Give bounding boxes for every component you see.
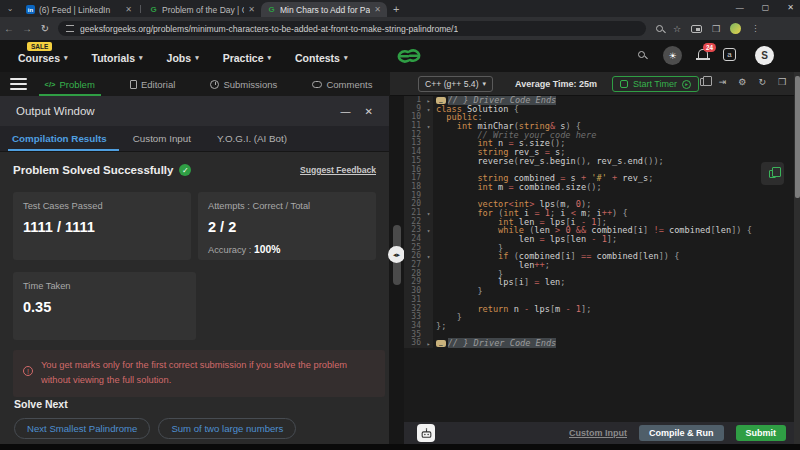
fold-toggle-icon[interactable]: ▾ [424, 226, 433, 235]
back-icon[interactable]: ← [0, 23, 18, 34]
tab-close-icon[interactable]: ✕ [125, 5, 132, 14]
start-timer-button[interactable]: Start Timer ▸ [612, 76, 699, 92]
code-text[interactable]: int m = combined.size(); [433, 183, 602, 192]
fold-toggle-icon [424, 174, 433, 183]
fold-toggle-icon [424, 296, 433, 305]
side-panel-icon[interactable]: ❒ [712, 24, 720, 34]
next-problem-button-2[interactable]: Sum of two large numbers [158, 418, 296, 439]
gfg-logo-icon[interactable] [391, 45, 427, 67]
code-text[interactable]: reverse(rev_s.begin(), rev_s.end()); [433, 157, 664, 166]
site-settings-icon[interactable] [66, 25, 74, 32]
nav-item-courses[interactable]: Courses ▾ [18, 52, 68, 64]
fold-toggle-icon[interactable]: ▾ [424, 209, 433, 218]
browser-tab-linkedin[interactable]: in (6) Feed | LinkedIn ✕ [20, 2, 138, 17]
forward-icon[interactable]: → [18, 23, 36, 34]
code-line[interactable]: 36▸…// } Driver Code Ends [404, 339, 794, 348]
browser-menu-icon[interactable]: ⋮ [751, 24, 760, 33]
fold-toggle-icon[interactable]: ▾ [424, 252, 433, 261]
code-line[interactable]: 18 int m = combined.size(); [404, 183, 794, 192]
code-line[interactable]: 33 } [404, 313, 794, 322]
reset-code-icon[interactable]: ↻ [758, 77, 766, 87]
copy-icon[interactable] [700, 78, 707, 86]
tab-editorial[interactable]: Editorial [130, 72, 175, 96]
suggest-feedback-link[interactable]: Suggest Feedback [300, 165, 376, 175]
nav-item-contests[interactable]: Contests ▾ [295, 52, 347, 64]
window-close-icon[interactable]: ✕ [787, 3, 794, 12]
code-line[interactable]: 34}; [404, 322, 794, 331]
bottom-strip [0, 444, 800, 450]
divider-drag-handle[interactable]: ◂▸ [388, 246, 405, 263]
tab-label: Submissions [223, 79, 277, 90]
tab-yogi-ai-bot[interactable]: Y.O.G.I. (AI Bot) [217, 126, 287, 151]
code-line[interactable]: 30 } [404, 287, 794, 296]
reload-icon[interactable]: ↻ [36, 23, 54, 34]
code-text[interactable] [433, 331, 436, 340]
line-number[interactable]: 1 [404, 96, 424, 105]
tab-close-icon[interactable]: ✕ [248, 5, 255, 14]
next-problem-button-1[interactable]: Next Smallest Palindrome [14, 418, 150, 439]
browser-tab-potd[interactable]: G Problem of the Day | Geeksfor ✕ [143, 2, 261, 17]
fold-toggle-icon[interactable]: ▸ [424, 339, 433, 348]
export-icon[interactable]: ⇥ [719, 77, 727, 87]
tab-submissions[interactable]: Submissions [210, 72, 277, 96]
tab-problem[interactable]: </> Problem [45, 72, 95, 96]
solve-next-heading: Solve Next [14, 398, 68, 410]
submit-button[interactable]: Submit [736, 425, 787, 441]
fold-toggle-icon [424, 200, 433, 209]
tab-comments[interactable]: Comments [312, 72, 372, 96]
tab-search-chevron-icon[interactable]: ⌄ [0, 4, 20, 13]
page-zoom-icon[interactable] [656, 25, 663, 32]
page-scrollbar[interactable] [794, 72, 800, 444]
tab-close-icon[interactable]: ✕ [374, 5, 381, 14]
code-text[interactable]: …// } Driver Code Ends [433, 339, 556, 348]
gfg-navbar: SALE Courses ▾ Tutorials ▾ Jobs ▾ Practi… [0, 40, 800, 72]
browser-tab-strip: ⌄ in (6) Feed | LinkedIn ✕ G Problem of … [0, 0, 800, 17]
ai-bot-button[interactable] [417, 424, 435, 442]
address-bar[interactable]: geeksforgeeks.org/problems/minimum-chara… [58, 21, 646, 36]
code-line[interactable]: 32 return n - lps[m - 1]; [404, 305, 794, 314]
language-select[interactable]: C++ (g++ 5.4) ▾ [418, 76, 493, 92]
compile-run-button[interactable]: Compile & Run [639, 425, 724, 441]
clock-icon [210, 80, 219, 89]
code-text[interactable]: } [433, 287, 483, 296]
code-text[interactable]: }; [433, 322, 446, 331]
output-body: Problem Solved Successfully ✓ Suggest Fe… [0, 152, 389, 444]
theme-toggle-icon[interactable]: ☀ [663, 46, 682, 65]
fold-toggle-icon[interactable]: ▾ [424, 105, 433, 114]
hamburger-menu-icon[interactable] [10, 78, 27, 90]
tab-compilation-results[interactable]: Compilation Results [12, 126, 107, 151]
attempts-card: Attempts : Correct / Total 2 / 2 Accurac… [198, 192, 376, 260]
nav-item-tutorials[interactable]: Tutorials ▾ [92, 52, 143, 64]
code-line[interactable]: 15 reverse(rev_s.begin(), rev_s.end()); [404, 157, 794, 166]
panel-close-icon[interactable]: ✕ [365, 106, 373, 117]
notifications-bell[interactable]: 24 [698, 49, 708, 58]
nav-item-practice[interactable]: Practice ▾ [223, 52, 271, 64]
browser-profile-avatar[interactable] [730, 23, 741, 34]
panel-minimize-icon[interactable]: — [341, 106, 351, 117]
user-avatar[interactable]: S [755, 46, 774, 65]
problem-tabs-bar: </> Problem Editorial Submissions Commen… [0, 72, 390, 96]
browser-tab-active[interactable]: G Min Chars to Add for Palindrom ✕ [261, 2, 387, 17]
custom-input-link[interactable]: Custom Input [569, 428, 627, 438]
fold-toggle-icon [424, 157, 433, 166]
translate-icon[interactable]: a [723, 48, 736, 61]
code-editor[interactable]: 1▸…// } Driver Code Ends9▾class Solution… [404, 96, 794, 422]
media-control-icon[interactable] [691, 25, 702, 33]
nav-item-jobs[interactable]: Jobs ▾ [167, 52, 199, 64]
panel-divider[interactable]: ◂▸ [389, 96, 404, 444]
gear-icon[interactable]: ⚙ [738, 77, 746, 87]
fold-toggle-icon[interactable]: ▸ [424, 96, 433, 105]
fold-toggle-icon [424, 148, 433, 157]
new-tab-button[interactable]: + [393, 3, 399, 15]
code-lines[interactable]: 1▸…// } Driver Code Ends9▾class Solution… [404, 96, 794, 348]
fold-toggle-icon[interactable]: ▾ [424, 122, 433, 131]
fullscreen-icon[interactable]: ❒ [778, 77, 786, 87]
copy-code-button[interactable] [761, 162, 784, 185]
gfg-search-icon[interactable] [638, 51, 645, 58]
bookmark-star-icon[interactable]: ☆ [673, 24, 681, 34]
line-number[interactable]: 36 [404, 339, 424, 348]
scrollbar-thumb[interactable] [795, 76, 800, 198]
window-minimize-icon[interactable]: — [736, 3, 744, 12]
window-maximize-icon[interactable]: ▢ [762, 3, 770, 12]
tab-custom-input[interactable]: Custom Input [133, 126, 191, 151]
